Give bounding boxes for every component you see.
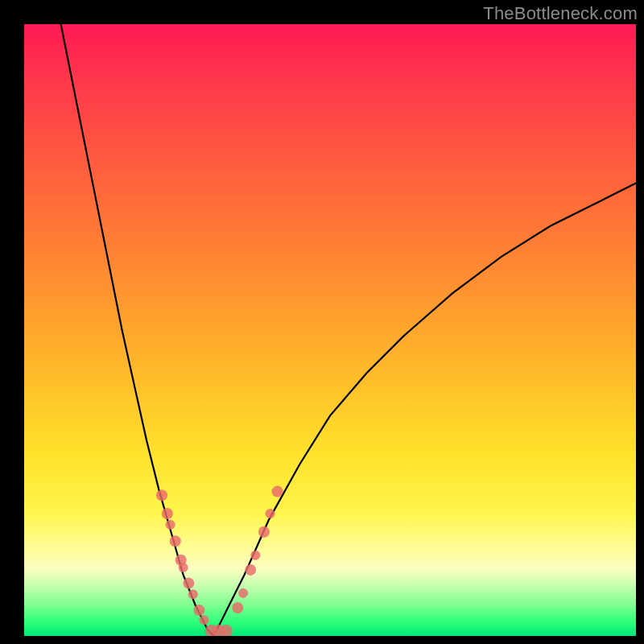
highlight-dot: [266, 509, 275, 518]
highlight-dot: [272, 486, 283, 497]
highlight-dot: [250, 551, 260, 560]
highlight-dot: [193, 605, 204, 616]
highlight-dot: [199, 615, 208, 625]
highlight-dots-group: [156, 486, 283, 636]
highlight-dot: [183, 578, 194, 589]
plot-area: [24, 24, 636, 636]
highlight-dot: [166, 520, 175, 530]
highlight-dot: [162, 508, 173, 519]
highlight-dot: [258, 526, 270, 538]
watermark-text: TheBottleneck.com: [483, 3, 638, 24]
bottleneck-curve-svg: [24, 24, 636, 636]
highlight-dot: [232, 602, 243, 613]
highlight-dot: [179, 563, 188, 572]
highlight-dot: [238, 588, 248, 598]
curve-left-branch: [61, 24, 214, 636]
highlight-dot: [156, 489, 167, 501]
curve-right-branch: [214, 184, 636, 636]
chart-frame: TheBottleneck.com: [0, 0, 644, 644]
highlight-dot: [245, 564, 256, 576]
highlight-dot: [188, 589, 198, 599]
highlight-dot: [170, 535, 181, 547]
